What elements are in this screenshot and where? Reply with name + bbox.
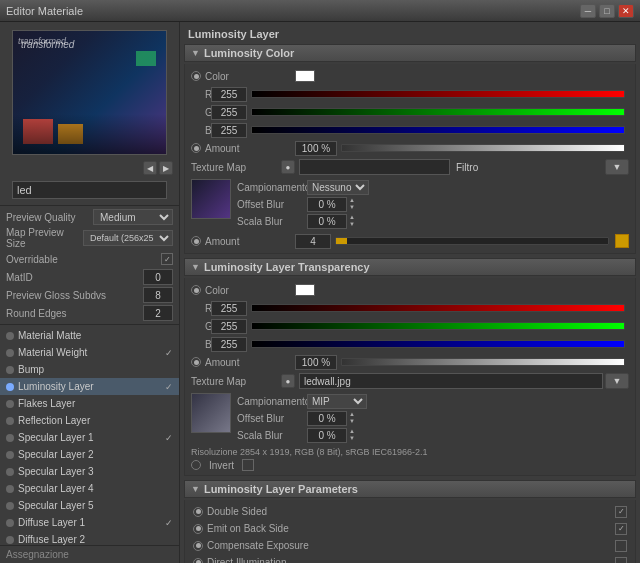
texture-map-label-2: Texture Map: [191, 376, 281, 387]
double-sided-label: Double Sided: [207, 506, 615, 517]
map-preview-size-row: Map Preview Size Default (256x256): [0, 226, 179, 250]
amount-slider-track[interactable]: [341, 144, 625, 152]
g-row: G: [185, 103, 635, 121]
color-radio[interactable]: [191, 71, 201, 81]
offset-blur-stepper-2[interactable]: ▲▼: [349, 411, 355, 425]
scala-blur-label-1: Scala Blur: [237, 216, 307, 227]
layer-diffuse2[interactable]: Diffuse Layer 2: [0, 531, 179, 545]
material-name-input[interactable]: [12, 181, 167, 199]
trans-color-label: Color: [205, 285, 295, 296]
prev-arrow[interactable]: ◀: [143, 161, 157, 175]
layer-name: Luminosity Layer: [18, 381, 165, 392]
trans-g-track[interactable]: [251, 322, 625, 330]
round-edges-input[interactable]: [143, 305, 173, 321]
scala-blur-input-2[interactable]: [307, 428, 347, 443]
close-button[interactable]: ✕: [618, 4, 634, 18]
luminosity-color-header[interactable]: ▼ Luminosity Color: [184, 44, 636, 62]
g-slider-track[interactable]: [251, 108, 625, 116]
trans-r-track[interactable]: [251, 304, 625, 312]
texture-browse-btn-2[interactable]: ▼: [605, 373, 629, 389]
layer-specular3[interactable]: Specular Layer 3: [0, 463, 179, 480]
trans-color-radio[interactable]: [191, 285, 201, 295]
emit-back-check[interactable]: [615, 523, 627, 535]
gloss-subdvs-input[interactable]: [143, 287, 173, 303]
maximize-button[interactable]: □: [599, 4, 615, 18]
layer-material-matte[interactable]: Material Matte: [0, 327, 179, 344]
minimize-button[interactable]: ─: [580, 4, 596, 18]
trans-color-row: Color: [185, 281, 635, 299]
filtro-label: Filtro: [450, 162, 603, 173]
preview-quality-select[interactable]: Medium: [93, 209, 173, 225]
direct-illumination-radio[interactable]: [193, 558, 203, 564]
b-slider-track[interactable]: [251, 126, 625, 134]
texture-map-row-2: Texture Map ● ▼: [185, 371, 635, 391]
layer-bullet: [6, 349, 14, 357]
trans-amount-input[interactable]: [295, 355, 337, 370]
offset-blur-input-1[interactable]: [307, 197, 347, 212]
layer-specular1[interactable]: Specular Layer 1 ✓: [0, 429, 179, 446]
amount-label: Amount: [205, 143, 295, 154]
layer-reflection[interactable]: Reflection Layer: [0, 412, 179, 429]
texture-browse-btn-1[interactable]: ▼: [605, 159, 629, 175]
b-input[interactable]: [211, 123, 247, 138]
emit-back-radio[interactable]: [193, 524, 203, 534]
layer-material-weight[interactable]: Material Weight ✓: [0, 344, 179, 361]
double-sided-radio[interactable]: [193, 507, 203, 517]
next-arrow[interactable]: ▶: [159, 161, 173, 175]
amount-radio[interactable]: [191, 143, 201, 153]
trans-r-input[interactable]: [211, 301, 247, 316]
color-swatch[interactable]: [295, 70, 315, 82]
transparency-body: Color R G B: [184, 278, 636, 476]
parameters-header[interactable]: ▼ Luminosity Layer Parameters: [184, 480, 636, 498]
color-sub-section: Campionamento Nessuno Offset Blur ▲▼ Sca…: [191, 179, 629, 230]
layer-flakes[interactable]: Flakes Layer: [0, 395, 179, 412]
amount2-color-indicator: [615, 234, 629, 248]
compensate-exposure-radio[interactable]: [193, 541, 203, 551]
trans-color-swatch[interactable]: [295, 284, 315, 296]
invert-radio[interactable]: [191, 460, 201, 470]
layer-bullet: [6, 400, 14, 408]
trans-b-input[interactable]: [211, 337, 247, 352]
amount2-label: Amount: [205, 236, 295, 247]
layer-specular2[interactable]: Specular Layer 2: [0, 446, 179, 463]
scala-blur-stepper-1[interactable]: ▲▼: [349, 214, 355, 228]
texture-toggle-2[interactable]: ●: [281, 374, 295, 388]
transparency-arrow: ▼: [191, 262, 200, 272]
double-sided-check[interactable]: [615, 506, 627, 518]
texture-name-input-2[interactable]: [299, 373, 603, 389]
map-preview-size-select[interactable]: Default (256x256): [83, 230, 173, 246]
amount2-radio[interactable]: [191, 236, 201, 246]
invert-checkbox[interactable]: [242, 459, 254, 471]
transparency-header[interactable]: ▼ Luminosity Layer Transparency: [184, 258, 636, 276]
r-slider-track[interactable]: [251, 90, 625, 98]
texture-name-input-1[interactable]: [299, 159, 450, 175]
scala-blur-input-1[interactable]: [307, 214, 347, 229]
campionamento-select-2[interactable]: MIP: [307, 394, 367, 409]
luminosity-color-body: Color R G B: [184, 64, 636, 254]
scala-blur-stepper-2[interactable]: ▲▼: [349, 428, 355, 442]
layer-name: Specular Layer 2: [18, 449, 173, 460]
g-input[interactable]: [211, 105, 247, 120]
offset-blur-stepper-1[interactable]: ▲▼: [349, 197, 355, 211]
direct-illumination-check[interactable]: [615, 557, 627, 564]
r-input[interactable]: [211, 87, 247, 102]
overridable-checkbox[interactable]: [161, 253, 173, 265]
amount2-input[interactable]: [295, 234, 331, 249]
matid-input[interactable]: [143, 269, 173, 285]
amount-input[interactable]: [295, 141, 337, 156]
amount2-slider-track[interactable]: [335, 237, 609, 245]
trans-amount-radio[interactable]: [191, 357, 201, 367]
trans-amount-track[interactable]: [341, 358, 625, 366]
layer-diffuse1[interactable]: Diffuse Layer 1 ✓: [0, 514, 179, 531]
trans-b-track[interactable]: [251, 340, 625, 348]
param-compensate-exposure: Compensate Exposure: [185, 537, 635, 554]
layer-luminosity[interactable]: Luminosity Layer ✓: [0, 378, 179, 395]
compensate-exposure-check[interactable]: [615, 540, 627, 552]
layer-specular5[interactable]: Specular Layer 5: [0, 497, 179, 514]
campionamento-select-1[interactable]: Nessuno: [307, 180, 369, 195]
texture-toggle-1[interactable]: ●: [281, 160, 295, 174]
layer-specular4[interactable]: Specular Layer 4: [0, 480, 179, 497]
layer-bump[interactable]: Bump: [0, 361, 179, 378]
trans-g-input[interactable]: [211, 319, 247, 334]
offset-blur-input-2[interactable]: [307, 411, 347, 426]
